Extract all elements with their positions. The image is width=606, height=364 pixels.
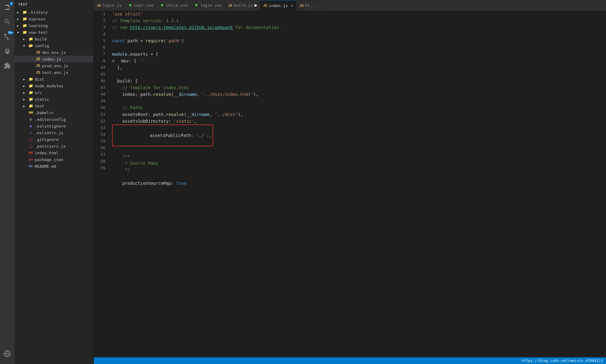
tab-label: build.js xyxy=(234,3,253,8)
token: // Template version: 1.3.1 xyxy=(112,17,179,24)
arrow-icon: ▶ xyxy=(17,17,22,21)
tab-label: login.vue xyxy=(200,3,222,8)
remote-icon[interactable] xyxy=(0,346,15,361)
tab-user-vue[interactable]: ▼ user.vue xyxy=(125,0,157,11)
arrow-icon: ▶ xyxy=(23,104,28,108)
unsaved-dot xyxy=(254,4,257,7)
source-control-icon[interactable]: 5k+ xyxy=(0,29,15,44)
files-icon[interactable]: 1 xyxy=(0,0,15,15)
item-label: build xyxy=(35,37,47,41)
tab-login-js[interactable]: JS login.js xyxy=(94,0,125,11)
tab-build-js[interactable]: JS build.js xyxy=(225,0,260,11)
token: ··· xyxy=(139,58,146,64)
sidebar-item-test-env[interactable]: JS test.env.js xyxy=(15,69,93,76)
sidebar-item-express[interactable]: ▶ 📁 express xyxy=(15,16,93,22)
sidebar-item-editorconfig[interactable]: ⚙ .editorconfig xyxy=(15,116,93,123)
tab-index-js[interactable]: JS index.js × xyxy=(260,0,297,11)
item-label: express xyxy=(29,17,45,21)
code-line-3: // see http://vuejs-templates.github.io/… xyxy=(112,24,606,31)
code-line-53: assetsPublicPath: './':, xyxy=(112,124,606,146)
sidebar-item-static[interactable]: ▶ 📁 static xyxy=(15,96,93,103)
token: * Source Maps xyxy=(112,160,158,166)
sidebar-item-gitignore[interactable]: ⬡ .gitignore xyxy=(15,136,93,143)
folder-icon: 📁 xyxy=(28,83,33,89)
code-line-6 xyxy=(112,44,606,51)
token: const xyxy=(112,37,125,44)
sidebar-item-src[interactable]: ▶ 📁 src xyxy=(15,89,93,96)
arrow-icon: ▼ xyxy=(23,44,28,47)
token: ), xyxy=(238,111,243,118)
token: // Paths xyxy=(112,104,143,111)
sidebar-item-babelrc[interactable]: BAB .babelrc xyxy=(15,109,93,116)
folder-icon: 📁 xyxy=(22,16,27,22)
arrow-icon: ▼ xyxy=(17,31,22,34)
js-icon: JS xyxy=(35,56,41,62)
arrow-icon: ▶ xyxy=(23,78,28,81)
tab-js-icon: JS xyxy=(263,4,267,7)
item-label: index.js xyxy=(42,57,61,61)
sidebar-item-node-modules[interactable]: ▶ 📁 node_modules xyxy=(15,82,93,89)
tab-js-icon: JS xyxy=(228,4,232,7)
sidebar-item-test[interactable]: ▶ 📁 test xyxy=(15,103,93,109)
token: true xyxy=(176,180,187,187)
sidebar-item-history[interactable]: ▶ 📁 .history xyxy=(15,9,93,16)
debug-icon[interactable] xyxy=(0,44,15,58)
token: .exports = { xyxy=(128,51,158,58)
tab-login-vue[interactable]: ▼ login.vue xyxy=(191,0,225,11)
item-label: .history xyxy=(29,10,48,15)
token: productionSourceMap: xyxy=(112,180,176,187)
token: '../dist' xyxy=(215,111,238,118)
sidebar-item-vue-test[interactable]: ▼ 📁 vue-test xyxy=(15,29,93,36)
sidebar-item-index-html[interactable]: H5 index.html xyxy=(15,149,93,156)
item-label: .gitignore xyxy=(35,137,58,142)
code-line-45 xyxy=(112,71,606,78)
token: assetsRoot: path. xyxy=(112,111,166,118)
item-label: .eslintignore xyxy=(35,124,66,128)
token: require xyxy=(146,37,164,44)
fold-button[interactable]: ⊞ xyxy=(112,58,115,64)
item-label: .postcssrc.js xyxy=(35,144,66,149)
token: , xyxy=(197,91,202,98)
sidebar-item-build[interactable]: ▶ 📁 build xyxy=(15,36,93,42)
sidebar-item-eslintrc[interactable]: ⊙ .eslintrc.js xyxy=(15,129,93,136)
sidebar-item-index-js[interactable]: ➜ JS index.js xyxy=(15,56,93,62)
sidebar: TEST ▶ 📁 .history ▶ 📁 express ▶ 📁 learni… xyxy=(15,0,94,364)
folder-icon: 📁 xyxy=(22,23,27,28)
token: }, xyxy=(112,64,122,71)
search-icon[interactable] xyxy=(0,15,15,29)
sidebar-item-package-json[interactable]: npm package.json xyxy=(15,156,93,163)
tab-extra[interactable]: JS ht... xyxy=(297,0,321,11)
link-token[interactable]: http://vuejs-templates.github.io/webpack xyxy=(130,24,233,31)
item-label: .editorconfig xyxy=(35,117,66,122)
sidebar-item-config[interactable]: ▼ 📂 config xyxy=(15,42,93,49)
sidebar-item-learning[interactable]: ▶ 📁 learning xyxy=(15,22,93,29)
tab-close-button[interactable]: × xyxy=(291,3,293,8)
folder-icon: 📁 xyxy=(28,90,33,95)
sidebar-item-prod-env[interactable]: JS prod.env.js xyxy=(15,62,93,69)
code-line-52: assetsSubDirectory: 'static', xyxy=(112,118,606,124)
folder-icon: 📁 xyxy=(22,30,27,35)
folder-icon: 📁 xyxy=(28,96,33,102)
tab-child-vue[interactable]: ▼ child.vue xyxy=(157,0,191,11)
item-label: package.json xyxy=(35,157,63,162)
code-editor[interactable]: 1 2 3 4 5 6 7 8 44 45 46 47 48 49 50 51 … xyxy=(94,11,606,357)
item-label: test.env.js xyxy=(42,70,68,75)
sidebar-item-dev-env[interactable]: JS dev.env.js xyxy=(15,49,93,56)
extensions-icon[interactable] xyxy=(0,58,15,73)
sidebar-item-dist[interactable]: ▶ 📁 dist xyxy=(15,76,93,82)
token: 'path' xyxy=(166,37,181,44)
sidebar-item-postcssrc[interactable]: ⬡ .postcssrc.js xyxy=(15,143,93,149)
sidebar-item-eslintignore[interactable]: ● .eslintignore xyxy=(15,123,93,129)
code-line-1: 'use strict' xyxy=(112,11,606,17)
sidebar-item-readme[interactable]: MD README.md xyxy=(15,163,93,170)
code-line-4 xyxy=(112,31,606,37)
code-line-2: // Template version: 1.3.1 xyxy=(112,17,606,24)
item-label: README.md xyxy=(35,164,56,169)
code-line-57: */ xyxy=(112,166,606,173)
js-icon: JS xyxy=(35,63,41,68)
code-line-46: build: { xyxy=(112,78,606,84)
activity-bar: 1 5k+ xyxy=(0,0,15,364)
readme-icon: MD xyxy=(28,163,33,169)
postcss-icon: ⬡ xyxy=(28,143,33,149)
status-url: https://blog.csdn.net/weixin_43964113 xyxy=(522,359,603,363)
